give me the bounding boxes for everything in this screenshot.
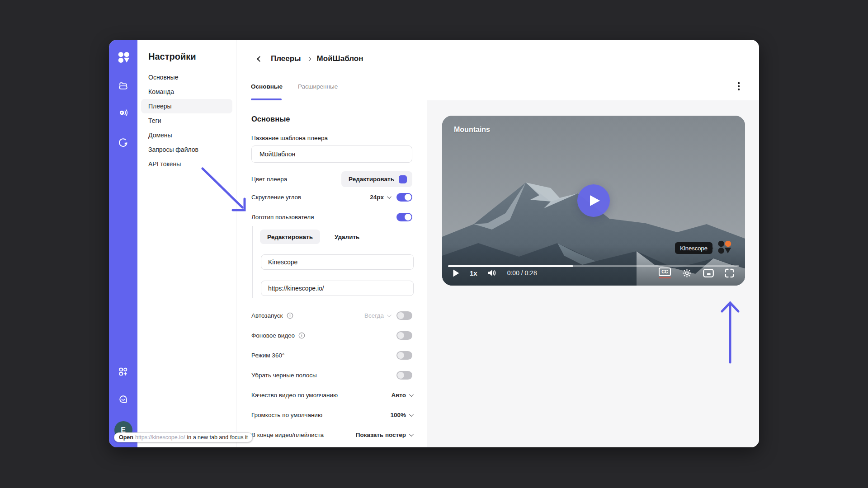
tooltip-prefix: Open — [119, 434, 133, 441]
breadcrumb-current: МойШаблон — [317, 54, 363, 63]
sidebar-item-tags[interactable]: Теги — [141, 113, 232, 128]
sidebar-item-team[interactable]: Команда — [141, 84, 232, 99]
play-button[interactable] — [453, 269, 459, 277]
edit-logo-button-label: Редактировать — [267, 234, 313, 240]
tab-advanced[interactable]: Расширенные — [298, 83, 338, 94]
corner-radius-toggle[interactable] — [396, 193, 412, 202]
tooltip-url: https://kinescope.io/ — [135, 434, 185, 441]
desktop-background: Е Настройки Основные Команда Плееры Теги… — [0, 0, 868, 488]
delete-logo-button[interactable]: Удалить — [332, 233, 362, 241]
settings-nav-list: Основные Команда Плееры Теги Домены Запр… — [137, 70, 236, 171]
mode-360-toggle[interactable] — [396, 351, 412, 360]
player-preview-panel: Mountains Kinescope — [427, 100, 759, 447]
info-icon[interactable] — [298, 332, 305, 339]
apps-add-icon[interactable] — [118, 366, 129, 377]
user-logo-row: Логотип пользователя — [251, 211, 412, 223]
kinescope-logo-icon[interactable] — [116, 50, 131, 65]
player-controls: 1x 0:00 / 0:28 — [442, 264, 745, 282]
sidebar-item-file-requests[interactable]: Запросы файлов — [141, 142, 232, 157]
tab-general[interactable]: Основные — [251, 83, 283, 94]
pip-icon[interactable] — [703, 269, 714, 277]
breadcrumb: Плееры МойШаблон — [255, 52, 363, 65]
remove-black-bars-label: Убрать черные полосы — [251, 372, 317, 379]
remove-black-bars-toggle[interactable] — [396, 371, 412, 380]
record-icon[interactable] — [118, 136, 129, 148]
stream-icon[interactable] — [118, 107, 129, 118]
fullscreen-icon[interactable] — [725, 268, 734, 278]
kebab-menu-icon[interactable] — [734, 81, 744, 91]
chat-icon[interactable] — [118, 393, 129, 405]
default-quality-value: Авто — [391, 392, 406, 399]
time-display: 0:00 / 0:28 — [507, 269, 537, 277]
template-name-input[interactable] — [251, 145, 412, 163]
chevron-down-icon — [387, 313, 392, 317]
link-status-tooltip: Open https://kinescope.io/ in a new tab … — [114, 432, 253, 442]
user-logo-toggle[interactable] — [396, 213, 412, 221]
video-end-value: Показать постер — [356, 432, 406, 438]
info-icon[interactable] — [287, 312, 293, 319]
sidebar-item-api-tokens[interactable]: API токены — [141, 157, 232, 171]
video-player[interactable]: Mountains Kinescope — [442, 116, 745, 286]
cc-button[interactable]: CC — [659, 267, 671, 279]
default-volume-label: Громкость по умолчанию — [251, 412, 322, 418]
remove-black-bars-row: Убрать черные полосы — [251, 369, 412, 381]
user-logo-label: Логотип пользователя — [251, 214, 314, 221]
default-quality-label: Качество видео по умолчанию — [251, 392, 338, 399]
kinescope-watermark-logo[interactable] — [717, 239, 732, 256]
autoplay-label: Автозапуск — [251, 312, 283, 319]
play-icon — [453, 269, 459, 277]
chevron-down-icon — [387, 194, 392, 199]
playback-speed-button[interactable]: 1x — [470, 269, 477, 277]
back-button[interactable] — [255, 54, 264, 64]
corner-radius-select[interactable]: 24px — [370, 194, 390, 201]
color-swatch — [399, 175, 407, 183]
sidebar-item-general[interactable]: Основные — [141, 70, 232, 84]
settings-title: Настройки — [148, 52, 196, 62]
mode-360-row: Режим 360° — [251, 349, 412, 361]
background-video-label: Фоновое видео — [251, 332, 295, 339]
autoplay-toggle[interactable] — [396, 311, 412, 320]
main-content: Плееры МойШаблон Основные Расширенные Ос… — [236, 40, 759, 447]
chevron-down-icon — [409, 432, 414, 436]
breadcrumb-parent[interactable]: Плееры — [271, 54, 301, 63]
autoplay-select[interactable]: Всегда — [364, 312, 390, 319]
video-end-select[interactable]: Показать постер — [356, 432, 412, 438]
autoplay-value: Всегда — [364, 312, 384, 319]
tooltip-suffix: in a new tab and focus it — [187, 434, 248, 441]
chevron-down-icon — [409, 412, 414, 417]
folder-icon[interactable] — [118, 79, 129, 91]
autoplay-row: Автозапуск Всегда — [251, 309, 412, 322]
big-play-button[interactable] — [577, 184, 610, 217]
app-icon-sidebar: Е — [109, 40, 137, 447]
background-video-toggle[interactable] — [396, 331, 412, 340]
mode-360-label: Режим 360° — [251, 352, 284, 359]
logo-name-input[interactable] — [261, 254, 414, 270]
background-video-row: Фоновое видео — [251, 329, 412, 342]
volume-icon[interactable] — [488, 269, 497, 277]
default-quality-select[interactable]: Авто — [391, 392, 412, 399]
sidebar-item-domains[interactable]: Домены — [141, 128, 232, 142]
chevron-down-icon — [409, 392, 414, 397]
video-end-row: В конце видео/плейлиста Показать постер — [251, 428, 412, 441]
template-name-label: Название шаблона плеера — [251, 135, 412, 141]
edit-logo-button[interactable]: Редактировать — [260, 230, 320, 244]
chevron-right-icon — [307, 56, 311, 61]
edit-color-button-label: Редактировать — [349, 176, 394, 183]
default-volume-row: Громкость по умолчанию 100% — [251, 408, 412, 421]
edit-color-button[interactable]: Редактировать — [341, 171, 412, 187]
chevron-left-icon — [257, 56, 263, 62]
player-color-row: Цвет плеера Редактировать — [251, 171, 412, 187]
video-end-label: В конце видео/плейлиста — [251, 432, 324, 438]
cc-icon: CC — [659, 267, 671, 276]
tab-bar: Основные Расширенные — [251, 83, 338, 94]
sidebar-item-players[interactable]: Плееры — [141, 99, 232, 113]
logo-url-input[interactable] — [261, 281, 414, 296]
watermark-tooltip: Kinescope — [675, 242, 712, 254]
settings-gear-icon[interactable] — [682, 268, 692, 278]
default-quality-row: Качество видео по умолчанию Авто — [251, 389, 412, 401]
watermark-tooltip-label: Kinescope — [680, 245, 708, 252]
section-title: Основные — [251, 115, 412, 123]
default-volume-select[interactable]: 100% — [390, 412, 412, 418]
video-title: Mountains — [454, 126, 490, 134]
user-logo-group: Редактировать Удалить — [252, 226, 412, 298]
